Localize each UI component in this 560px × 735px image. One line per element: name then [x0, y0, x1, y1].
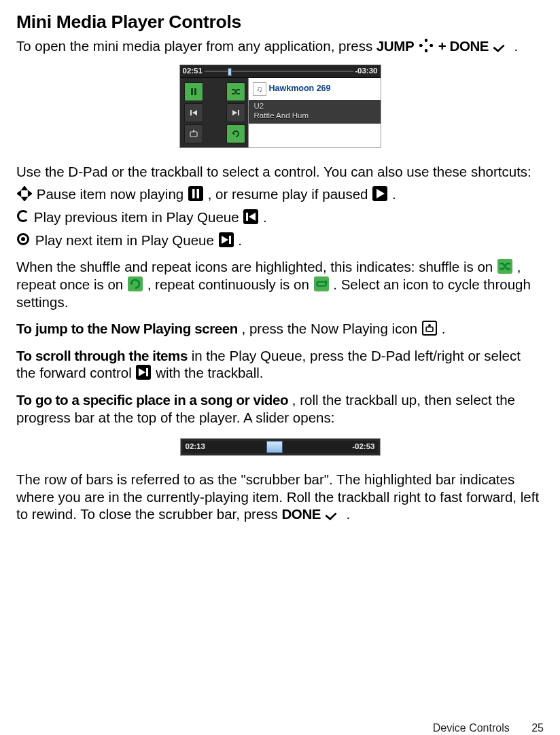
svg-rect-5 [238, 110, 239, 115]
progress-knob[interactable] [228, 68, 232, 76]
now-playing-paragraph: To jump to the Now Playing screen , pres… [16, 320, 544, 338]
mini-media-player: 02:51 -03:30 [179, 65, 381, 148]
repeat-once-icon [128, 276, 143, 291]
svg-marker-11 [18, 192, 20, 196]
progress-track [205, 71, 353, 72]
scrubber-b: . [347, 506, 351, 522]
svg-rect-2 [190, 110, 192, 115]
seek-paragraph: To go to a specific place in a song or v… [16, 391, 544, 426]
track-album: Rattle And Hum [254, 111, 375, 121]
pause-text-mid: , or resume play if paused [208, 186, 372, 202]
now-playing-button[interactable] [184, 124, 203, 143]
svg-marker-4 [232, 110, 237, 115]
shuffle-on-icon [497, 259, 512, 274]
now-playing-icon [422, 321, 437, 336]
jump-key-label: JUMP [377, 38, 414, 54]
prev-shortcut-line: Play previous item in Play Queue . [16, 209, 544, 226]
svg-rect-0 [191, 88, 193, 95]
svg-rect-23 [426, 327, 433, 331]
intro-text: To open the mini media player from any a… [16, 38, 377, 54]
scroll-rest-b: with the trackball. [156, 365, 263, 380]
svg-marker-8 [232, 133, 235, 135]
done-key-label: DONE [450, 38, 489, 54]
page-title: Mini Media Player Controls [16, 11, 544, 33]
svg-marker-10 [22, 198, 27, 200]
pause-icon [188, 186, 203, 201]
svg-rect-6 [190, 132, 197, 137]
svg-rect-14 [196, 189, 199, 198]
now-playing-rest: , press the Now Playing icon [242, 321, 421, 336]
track-title: Hawkmoon 269 [269, 84, 331, 94]
plus-text: + [438, 38, 450, 54]
svg-marker-17 [249, 213, 256, 221]
remaining-time: -03:30 [355, 67, 377, 75]
done-icon [493, 38, 510, 53]
now-playing-bold: To jump to the Now Playing screen [16, 321, 238, 336]
pause-shortcut-line: Pause item now playing , or resume play … [16, 185, 544, 203]
pause-text-post: . [392, 186, 396, 202]
seek-bold: To go to a specific place in a song or v… [16, 392, 288, 408]
shuffle-repeat-paragraph: When the shuffle and repeat icons are hi… [16, 258, 544, 310]
page-footer: Device Controls 25 [16, 721, 544, 735]
next-track-icon [219, 232, 234, 247]
play-icon [372, 186, 387, 201]
done-icon-2 [326, 506, 342, 521]
next-post: . [238, 232, 242, 248]
scrubber-elapsed: 02:13 [186, 443, 205, 451]
svg-rect-16 [246, 213, 248, 221]
svg-marker-9 [22, 187, 27, 190]
repeat-continuous-icon [314, 276, 329, 291]
elapsed-time: 02:51 [183, 67, 203, 75]
svg-marker-24 [139, 368, 145, 376]
svg-marker-15 [377, 189, 385, 198]
svg-marker-3 [192, 110, 197, 115]
sr-a: When the shuffle and repeat icons are hi… [16, 259, 497, 274]
intro-paragraph: To open the mini media player from any a… [16, 37, 544, 55]
player-figure: 02:51 -03:30 [16, 65, 544, 148]
scrubber-figure: 02:13 -02:53 [16, 435, 544, 456]
svg-point-7 [192, 130, 194, 131]
scroll-bold: To scroll through the items [16, 348, 188, 363]
previous-button[interactable] [184, 103, 203, 122]
player-controls [180, 78, 248, 147]
scrubber-bar[interactable]: 02:13 -02:53 [180, 438, 381, 456]
svg-rect-25 [146, 368, 148, 376]
svg-rect-13 [192, 189, 195, 198]
next-button[interactable] [226, 103, 245, 122]
track-meta: ♫ Hawkmoon 269 U2 Rattle And Hum [248, 78, 381, 147]
previous-track-icon [243, 209, 258, 224]
now-playing-post: . [442, 321, 446, 336]
forward-control-icon [136, 365, 151, 380]
rewind-ring-icon [17, 209, 29, 224]
scroll-paragraph: To scroll through the items in the Play … [16, 347, 544, 382]
pause-text-pre: Pause item now playing [37, 186, 188, 202]
svg-rect-1 [194, 88, 196, 95]
svg-marker-12 [29, 192, 31, 196]
scrubber-done-label: DONE [281, 506, 321, 522]
footer-section: Device Controls [433, 722, 510, 734]
pause-button[interactable] [184, 82, 203, 101]
scrubber-remaining: -02:53 [352, 443, 374, 451]
next-shortcut-line: Play next item in Play Queue . [16, 232, 544, 249]
progress-bar[interactable]: 02:51 -03:30 [180, 65, 381, 78]
intro-post: . [514, 38, 519, 54]
expand-arrows-icon [17, 186, 32, 201]
dpad-intro: Use the D-Pad or the trackball to select… [16, 163, 544, 181]
footer-page-number: 25 [531, 722, 544, 734]
svg-marker-18 [222, 236, 228, 244]
prev-post: . [263, 209, 267, 225]
music-note-icon: ♫ [253, 82, 266, 96]
scrubber-paragraph: The row of bars is referred to as the "s… [16, 471, 544, 523]
jump-icon [419, 38, 434, 53]
next-text: Play next item in Play Queue [35, 232, 218, 248]
shuffle-button[interactable] [226, 82, 245, 101]
scrubber-handle[interactable] [266, 441, 283, 453]
repeat-button[interactable] [226, 124, 245, 143]
scrubber-a: The row of bars is referred to as the "s… [16, 471, 539, 522]
forward-ring-icon [17, 232, 31, 247]
prev-text: Play previous item in Play Queue [34, 209, 243, 225]
svg-rect-19 [229, 236, 231, 244]
svg-point-22 [428, 324, 431, 327]
sr-c: , repeat continuously is on [147, 276, 313, 292]
track-artist: U2 [254, 102, 375, 111]
